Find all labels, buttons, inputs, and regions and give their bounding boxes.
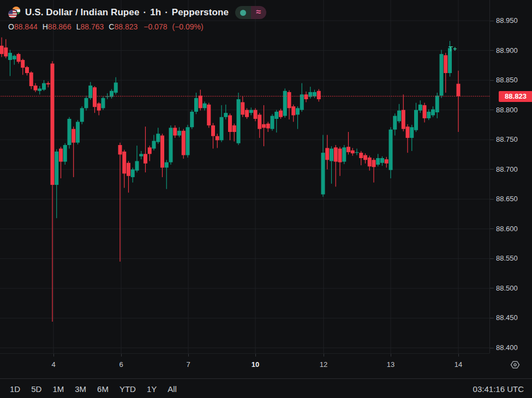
candle-up [68, 117, 71, 149]
candle-body [127, 163, 130, 176]
candle-wick [356, 149, 357, 155]
price-axis-label: 88.550 [496, 254, 518, 263]
candle-up [380, 156, 384, 166]
price-axis-label: 88.850 [496, 76, 518, 85]
range-button-1m[interactable]: 1M [47, 382, 69, 396]
chart-canvas[interactable]: T+ [0, 0, 489, 353]
candle-down [351, 148, 355, 155]
candle-down [228, 113, 232, 140]
candle-body [237, 99, 241, 143]
candle-down [207, 103, 211, 128]
candle-up [427, 110, 431, 120]
price-axis-label: 88.800 [496, 106, 518, 114]
time-axis-label: 10 [242, 360, 268, 369]
candle-up [237, 93, 241, 145]
range-button-ytd[interactable]: YTD [114, 382, 141, 396]
candle-down [258, 113, 261, 138]
candle-up [296, 106, 300, 129]
range-button-6m[interactable]: 6M [92, 382, 114, 396]
time-axis-label: 7 [175, 360, 201, 369]
candle-down [279, 108, 283, 119]
candle-down [25, 66, 29, 75]
candle-up [38, 86, 41, 94]
candle-body [135, 161, 139, 170]
time-axis-label: 12 [310, 360, 337, 369]
candle-body [245, 110, 249, 117]
price-axis-label: 88.400 [496, 343, 518, 352]
candle-body [271, 116, 274, 129]
candle-body [216, 136, 219, 141]
candle-body [325, 148, 329, 160]
candle-body [165, 162, 169, 168]
candle-up [114, 77, 118, 95]
candle-up [101, 97, 105, 110]
candle-up [389, 127, 393, 178]
price-scale-settings-icon[interactable] [509, 358, 522, 371]
symbol-title[interactable]: U.S. Dollar / Indian Rupee [25, 7, 139, 18]
candle-down [334, 145, 338, 186]
market-status-pill[interactable] [235, 6, 251, 19]
candle-body [274, 112, 278, 119]
candle-body [114, 82, 118, 93]
price-axis-label: 88.750 [496, 135, 518, 144]
candle-body [393, 116, 397, 130]
candle-body [190, 112, 194, 127]
candle-body [182, 131, 186, 155]
candle-body [93, 87, 97, 107]
candle-up [152, 135, 156, 150]
candle-down [97, 102, 101, 115]
candle-body [283, 91, 287, 116]
price-tick [490, 318, 494, 318]
candle-body [55, 152, 58, 185]
candle-body [224, 113, 228, 117]
candle-down [457, 71, 461, 132]
candle-body [385, 159, 388, 164]
candle-down [304, 92, 308, 102]
candle-body [262, 124, 266, 128]
price-tick [490, 110, 494, 110]
candle-body [380, 158, 384, 163]
candle-body [71, 129, 75, 143]
utc-clock[interactable]: 03:41:16 UTC [473, 384, 532, 394]
price-tick [490, 80, 494, 81]
candle-up [448, 41, 452, 76]
candle-body [249, 110, 253, 113]
candle-up [63, 143, 67, 165]
candle-down [317, 89, 321, 101]
range-button-1d[interactable]: 1D [4, 382, 26, 396]
candle-body [173, 128, 177, 135]
candle-down [4, 39, 8, 58]
candle-up [88, 82, 92, 100]
candle-body [169, 128, 173, 162]
status-pills[interactable]: ≈ [235, 6, 266, 19]
candle-up [414, 103, 418, 132]
price-axis[interactable]: 88.823 88.95088.90088.85088.80088.75088.… [489, 0, 532, 353]
candle-body [402, 110, 405, 129]
candle-body [414, 110, 418, 130]
last-price-badge: 88.823 [499, 91, 532, 102]
candle-body [410, 127, 414, 138]
candle-body [25, 67, 29, 73]
candle-body [427, 112, 431, 118]
candle-up [397, 104, 401, 123]
candle-down [444, 53, 447, 93]
synthetic-symbol-pill[interactable]: ≈ [251, 6, 266, 19]
candle-body [279, 111, 283, 117]
time-tick [188, 354, 189, 357]
candle-down [34, 83, 38, 92]
range-button-5d[interactable]: 5D [26, 382, 47, 396]
candle-body [211, 125, 215, 136]
time-tick [255, 354, 256, 357]
candle-body [228, 115, 232, 132]
tradingview-chart: T+ [0, 0, 532, 398]
candle-body [440, 54, 444, 95]
price-axis-label: 88.900 [496, 46, 518, 55]
provider-label[interactable]: Pepperstone [172, 7, 229, 18]
range-button-3m[interactable]: 3M [69, 382, 92, 396]
range-button-all[interactable]: All [162, 382, 182, 396]
interval-label[interactable]: 1h [150, 7, 161, 18]
candle-up [308, 87, 312, 99]
price-axis-label: 88.950 [496, 16, 518, 25]
range-button-1y[interactable]: 1Y [141, 382, 162, 396]
time-axis[interactable]: 46710121314 [0, 353, 489, 379]
